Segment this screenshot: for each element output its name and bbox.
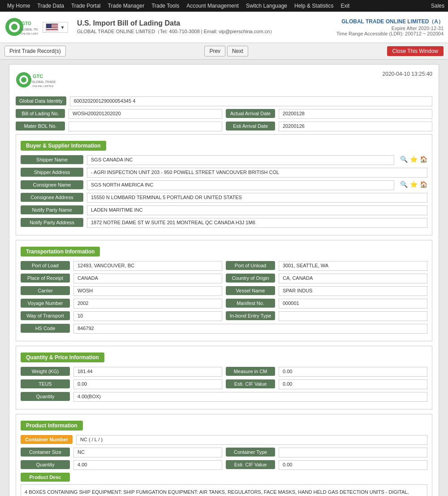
svg-text:GTO: GTO <box>22 21 31 26</box>
port-of-load-value: 12493, VANCOUVER, BC <box>73 261 222 271</box>
svg-rect-11 <box>46 24 52 28</box>
consignee-address-value: 15550 N LOMBARD TERMINAL 5 PORTLAND OR U… <box>87 193 427 203</box>
home-icon[interactable]: 🏠 <box>419 155 427 163</box>
esti-arrival-label: Esti Arrival Date <box>226 122 275 131</box>
product-quantity-label: Quantity <box>21 460 70 469</box>
bol-row: Bill of Lading No. WOSH200201202020 Actu… <box>16 109 432 119</box>
quantity-value: 4.00(BOX) <box>73 392 427 402</box>
svg-rect-10 <box>46 30 58 31</box>
notify-party-address-value: 1872 NOTRE DAME ST W SUITE 201 MONTREAL … <box>87 218 427 228</box>
product-esti-cif-label: Esti. CIF Value <box>226 460 275 469</box>
shipper-name-label: Shipper Name <box>21 155 83 164</box>
next-button-top[interactable]: Next <box>227 46 248 57</box>
manifest-no-value: 000001 <box>279 299 427 309</box>
hs-code-label: HS Code <box>21 324 70 333</box>
transport-bond-row: Way of Transport 10 In-bond Entry Type <box>21 311 427 321</box>
nav-buttons-top: Prev Next <box>204 46 248 57</box>
weight-kg-value: 181.44 <box>73 367 222 377</box>
carrier-vessel-row: Carrier WOSH Vessel Name SPAR INDUS <box>21 286 427 296</box>
record-header: GTC GLOBAL TRADE ONLINE LIMITED 2020-04-… <box>16 71 432 90</box>
consignee-icons: 🔍 ⭐ 🏠 <box>400 180 427 188</box>
country-of-origin-value: CA, CANADA <box>279 274 427 283</box>
close-button-top[interactable]: Close This Window <box>387 46 444 56</box>
nav-exit[interactable]: Exit <box>337 0 353 12</box>
hs-code-row: HS Code 846792 <box>21 324 427 334</box>
esti-arrival-value: 20200126 <box>279 122 432 131</box>
measure-cm-value: 0.00 <box>279 367 427 377</box>
quantity-label: Quantity <box>21 392 70 401</box>
nav-account-management[interactable]: Account Management <box>183 0 242 12</box>
buyer-supplier-header: Buyer & Supplier Information <box>21 141 106 151</box>
place-of-receipt-label: Place of Receipt <box>21 274 70 283</box>
star-icon[interactable]: ⭐ <box>409 155 418 163</box>
quantity-row: Quantity 4.00(BOX) <box>21 392 427 402</box>
nav-my-home[interactable]: My Home <box>4 0 34 12</box>
nav-trade-manager[interactable]: Trade Manager <box>104 0 148 12</box>
in-bond-label: In-bond Entry Type <box>226 311 275 320</box>
in-bond-value <box>279 311 427 321</box>
gto-logo: GTO GLOBAL TRADE ONLINE LIMITED <box>4 17 38 37</box>
notify-party-name-value: LADEN MARITIME INC <box>87 205 427 215</box>
flag-selector[interactable]: ▼ <box>43 22 68 33</box>
svg-text:ONLINE LIMITED: ONLINE LIMITED <box>32 85 54 87</box>
print-button-top[interactable]: Print Trade Record(s) <box>4 46 66 57</box>
buyer-supplier-section: Buyer & Supplier Information Shipper Nam… <box>16 134 432 235</box>
actual-arrival-label: Actual Arrival Date <box>226 109 275 118</box>
shipper-name-value: SGS CANADA INC <box>87 155 394 165</box>
consignee-address-label: Consignee Address <box>21 193 83 202</box>
nav-switch-language[interactable]: Switch Language <box>242 0 291 12</box>
nav-trade-data[interactable]: Trade Data <box>34 0 68 12</box>
search-icon[interactable]: 🔍 <box>400 155 408 163</box>
global-data-identity-label: Global Data Identity <box>16 96 66 105</box>
container-number-value: NC ( / L / ) <box>76 435 427 445</box>
shipper-address-row: Shipper Address - AGRI INSPECTION UNIT 2… <box>21 168 427 178</box>
way-of-transport-label: Way of Transport <box>21 311 70 320</box>
prev-button-top[interactable]: Prev <box>204 46 225 57</box>
main-content: GTC GLOBAL TRADE ONLINE LIMITED 2020-04-… <box>0 60 448 496</box>
master-bol-row: Mater BOL No. Esti Arrival Date 20200126 <box>16 122 432 131</box>
home-icon-2[interactable]: 🏠 <box>419 180 427 188</box>
svg-point-14 <box>21 77 26 83</box>
way-of-transport-value: 10 <box>73 311 222 321</box>
vessel-name-value: SPAR INDUS <box>279 286 427 296</box>
transportation-section: Transportation Information Port of Load … <box>16 240 432 341</box>
nav-sales[interactable]: Sales <box>431 3 444 9</box>
master-bol-value <box>69 122 222 131</box>
shipper-address-label: Shipper Address <box>21 168 83 177</box>
consignee-name-value: SGS NORTH AMERICA INC <box>87 180 394 190</box>
master-bol-label: Mater BOL No. <box>16 122 65 131</box>
bol-value: WOSH200201202020 <box>69 109 222 119</box>
star-icon-2[interactable]: ⭐ <box>409 180 418 188</box>
record-box: GTC GLOBAL TRADE ONLINE LIMITED 2020-04-… <box>9 64 439 496</box>
bol-label: Bill of Lading No. <box>16 109 65 118</box>
search-icon-2[interactable]: 🔍 <box>400 180 408 188</box>
transportation-header: Transportation Information <box>21 247 100 257</box>
container-number-button[interactable]: Container Number <box>21 435 73 444</box>
nav-trade-tools[interactable]: Trade Tools <box>148 0 183 12</box>
carrier-label: Carrier <box>21 286 70 295</box>
esti-cif-label: Esti. CIF Value <box>226 379 275 388</box>
container-number-row: Container Number NC ( / L / ) <box>21 435 427 445</box>
vessel-name-label: Vessel Name <box>226 286 275 295</box>
teus-label: TEUS <box>21 379 70 388</box>
product-desc-button[interactable]: Product Desc <box>21 473 70 482</box>
svg-text:ONLINE LIMITED: ONLINE LIMITED <box>21 32 38 35</box>
top-toolbar: Print Trade Record(s) Prev Next Close Th… <box>0 43 448 60</box>
svg-text:GLOBAL TRADE: GLOBAL TRADE <box>32 80 56 83</box>
weight-kg-label: Weight (KG) <box>21 367 70 376</box>
container-size-value: NC <box>73 448 222 457</box>
port-row: Port of Load 12493, VANCOUVER, BC Port o… <box>21 261 427 271</box>
container-size-type-row: Container Size NC Container Type <box>21 448 427 457</box>
product-desc-row: Product Desc <box>21 473 427 482</box>
port-of-unload-value: 3001, SEATTLE, WA <box>279 261 427 271</box>
record-date: 2020-04-10 13:25:40 <box>383 71 432 77</box>
receipt-origin-row: Place of Receipt CANADA Country of Origi… <box>21 274 427 283</box>
notify-party-address-label: Notify Party Address <box>21 218 83 227</box>
page-title: U.S. Import Bill of Lading Data <box>77 19 332 27</box>
voyage-manifest-row: Voyage Number 2002 Manifest No. 000001 <box>21 299 427 309</box>
global-data-identity-value: 600320200129000054345 4 <box>70 96 432 106</box>
teus-value: 0.00 <box>73 379 222 389</box>
notify-party-name-row: Notify Party Name LADEN MARITIME INC <box>21 205 427 215</box>
nav-trade-portal[interactable]: Trade Portal <box>68 0 104 12</box>
nav-help-statistics[interactable]: Help & Statistics <box>291 0 337 12</box>
